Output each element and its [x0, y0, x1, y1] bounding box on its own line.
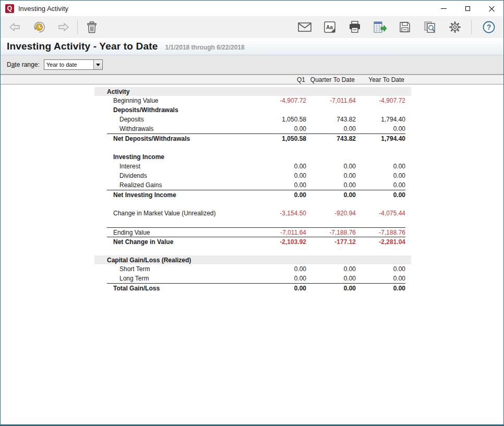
row-label: Net Deposits/Withdrawals [107, 135, 257, 142]
table-row: Deposits1,050.58743.821,794.40 [94, 115, 411, 124]
cell-value: 1,794.40 [356, 116, 405, 123]
toolbar-separator [471, 20, 472, 34]
cell-value: -4,907.72 [356, 97, 405, 104]
cell-value: 0.00 [356, 125, 405, 132]
cell-value: 0.00 [257, 285, 306, 292]
cell-value: -2,103.92 [257, 238, 306, 246]
cell-value: 743.82 [306, 135, 356, 142]
history-clock-icon [32, 20, 46, 34]
table-row: Ending Value-7,011.64-7,188.76-7,188.76 [94, 227, 411, 237]
cell-value: -7,188.76 [356, 229, 405, 236]
font-icon: Aa [323, 20, 337, 34]
cell-value: 743.82 [306, 116, 356, 123]
chevron-down-icon [96, 64, 100, 66]
delete-report-button[interactable] [84, 19, 100, 35]
filter-bar: Date range: Year to date [1, 55, 503, 75]
cell-value: 0.00 [356, 265, 405, 273]
date-range-value: Year to date [44, 62, 93, 68]
minimize-button[interactable] [431, 1, 455, 16]
print-button[interactable] [347, 19, 363, 35]
cell-value: 1,050.58 [257, 135, 306, 142]
window-title: Investing Activity [18, 5, 68, 13]
page-title: Investing Activity - Year to Date [7, 41, 158, 52]
table-row: Change in Market Value (Unrealized)-3,15… [94, 209, 411, 218]
font-settings-button[interactable]: Aa [322, 19, 338, 35]
trash-icon [86, 20, 98, 34]
cell-value: 0.00 [356, 172, 405, 179]
report-body: ActivityBeginning Value-4,907.72-7,011.6… [1, 84, 503, 424]
cell-value: 0.00 [306, 285, 356, 292]
close-icon [489, 6, 495, 11]
cell-value: 0.00 [306, 125, 356, 132]
table-row: Beginning Value-4,907.72-7,011.64-4,907.… [94, 96, 411, 105]
report-date-range: 1/1/2018 through 6/22/2018 [165, 42, 245, 51]
maximize-button[interactable] [455, 1, 479, 16]
print-preview-button[interactable] [422, 19, 438, 35]
cell-value: 0.00 [356, 285, 405, 292]
cell-value: 0.00 [306, 191, 356, 199]
save-button[interactable] [397, 19, 413, 35]
row-label: Dividends [107, 172, 257, 179]
row-label: Realized Gains [107, 181, 257, 189]
cell-value: 0.00 [306, 172, 356, 179]
table-row: Net Deposits/Withdrawals1,050.58743.821,… [94, 133, 411, 143]
date-range-select[interactable]: Year to date [44, 59, 103, 70]
cell-value: -4,075.44 [356, 210, 405, 217]
row-label: Ending Value [107, 229, 257, 236]
table-row: Total Gain/Loss0.000.000.00 [94, 283, 411, 293]
table-row: Short Term0.000.000.00 [94, 264, 411, 274]
row-label: Beginning Value [107, 97, 257, 104]
table-row [94, 199, 411, 209]
maximize-icon [465, 6, 470, 11]
row-label: Short Term [107, 265, 257, 273]
table-row [94, 218, 411, 227]
row-label: Net Change in Value [107, 238, 257, 246]
help-button[interactable]: ? [481, 19, 497, 35]
export-icon [373, 20, 387, 34]
cell-value: -177.12 [306, 238, 356, 246]
table-row: Long Term0.000.000.00 [94, 274, 411, 283]
row-label: Investing Income [107, 153, 405, 161]
envelope-icon [297, 22, 312, 32]
minimize-icon [441, 8, 447, 9]
history-button[interactable] [31, 19, 47, 35]
export-button[interactable] [372, 19, 388, 35]
cell-value: 0.00 [356, 191, 405, 199]
app-window: Q Investing Activity [0, 0, 504, 426]
row-label: Deposits/Withdrawals [107, 106, 405, 114]
cell-value: 0.00 [306, 181, 356, 189]
forward-arrow-icon [56, 21, 70, 33]
cell-value: 0.00 [257, 191, 306, 199]
table-row: Investing Income [94, 152, 411, 162]
app-logo-icon: Q [5, 4, 14, 13]
toolbar-separator [77, 20, 78, 34]
close-button[interactable] [479, 1, 503, 16]
gear-icon [448, 20, 462, 34]
cell-value: 0.00 [257, 163, 306, 170]
cell-value: -7,011.64 [257, 229, 306, 236]
row-label: Long Term [107, 275, 257, 282]
cell-value: 0.00 [257, 125, 306, 132]
table-row: Net Investing Income0.000.000.00 [94, 190, 411, 199]
preview-icon [423, 20, 437, 34]
cell-value: 0.00 [257, 172, 306, 179]
column-q1: Q1 [256, 76, 305, 83]
cell-value: 0.00 [306, 275, 356, 282]
printer-icon [348, 20, 362, 34]
column-quarter-to-date: Quarter To Date [305, 76, 355, 83]
table-column-header: Q1 Quarter To Date Year To Date [1, 75, 503, 84]
row-label: Capital Gain/Loss (Realized) [107, 257, 405, 264]
forward-button[interactable] [55, 19, 71, 35]
cell-value: 0.00 [356, 275, 405, 282]
help-icon: ? [482, 20, 496, 34]
cell-value: -7,188.76 [306, 229, 356, 236]
svg-text:?: ? [487, 23, 491, 31]
svg-text:Aa: Aa [326, 25, 333, 30]
email-report-button[interactable] [297, 19, 313, 35]
back-button[interactable] [7, 19, 23, 35]
row-label: Deposits [107, 116, 257, 123]
settings-button[interactable] [447, 19, 463, 35]
dropdown-button[interactable] [93, 60, 102, 69]
row-label: Net Investing Income [107, 191, 257, 199]
table-row: Withdrawals0.000.000.00 [94, 124, 411, 133]
